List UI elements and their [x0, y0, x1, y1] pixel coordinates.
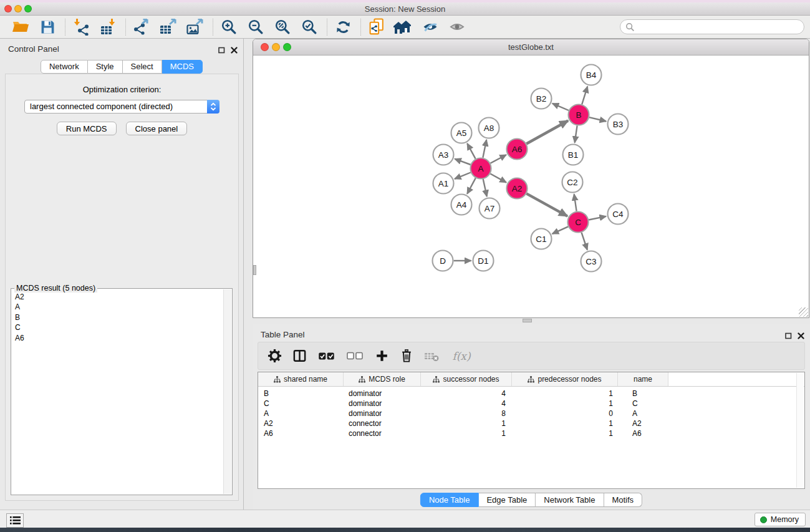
splitter-handle-left[interactable]: [253, 265, 256, 275]
mcds-result-list[interactable]: A2ABCA6: [12, 290, 222, 493]
result-item[interactable]: C: [15, 322, 222, 332]
function-builder-button[interactable]: f(x): [449, 348, 474, 364]
cell-successor-nodes[interactable]: 4: [421, 389, 512, 399]
node-C3[interactable]: C3: [581, 251, 602, 272]
edge-A-A1[interactable]: [455, 173, 471, 179]
export-table-button[interactable]: [158, 17, 179, 37]
node-C[interactable]: C: [568, 212, 589, 233]
column-header-MCDS-role[interactable]: MCDS role: [344, 372, 421, 386]
node-A5[interactable]: A5: [451, 123, 472, 143]
cell-MCDS-role[interactable]: connector: [344, 428, 421, 438]
dropdown-stepper-icon[interactable]: [207, 100, 219, 114]
node-C4[interactable]: C4: [608, 204, 629, 225]
edge-C-C3[interactable]: [582, 233, 587, 250]
tab-motifs[interactable]: Motifs: [604, 493, 642, 507]
cell-successor-nodes[interactable]: 1: [421, 418, 512, 428]
zoom-out-button[interactable]: [245, 17, 266, 37]
tab-style[interactable]: Style: [88, 60, 123, 74]
show-columns-button[interactable]: [292, 348, 307, 364]
table-row[interactable]: A6connector11A6: [258, 428, 804, 438]
import-table-button[interactable]: [97, 17, 118, 37]
panel-menu-button[interactable]: [6, 513, 24, 528]
close-table-panel-icon[interactable]: [798, 331, 804, 342]
tab-node-table[interactable]: Node Table: [420, 493, 479, 507]
cell-name[interactable]: B: [618, 389, 668, 399]
clear-table-button[interactable]: [424, 348, 439, 364]
cell-predecessor-nodes[interactable]: 1: [512, 399, 618, 409]
table-row[interactable]: Cdominator41C: [258, 399, 804, 409]
float-panel-icon[interactable]: [218, 45, 225, 56]
tab-select[interactable]: Select: [123, 60, 162, 74]
edge-C-C4[interactable]: [589, 216, 606, 220]
edge-B-B1[interactable]: [575, 125, 577, 142]
cell-name[interactable]: A2: [618, 418, 668, 428]
edge-C-C1[interactable]: [552, 226, 568, 234]
window-resize-grip[interactable]: [799, 307, 808, 317]
node-A2[interactable]: A2: [507, 178, 528, 199]
node-B[interactable]: B: [569, 105, 589, 125]
edge-B-B2[interactable]: [552, 104, 569, 110]
edge-A-A5[interactable]: [467, 143, 475, 159]
result-item[interactable]: A6: [15, 333, 222, 343]
deselect-all-columns-button[interactable]: [345, 348, 364, 364]
search-box[interactable]: [620, 19, 804, 34]
edge-C-C2[interactable]: [574, 194, 577, 211]
edge-A2-C[interactable]: [526, 193, 567, 216]
node-A3[interactable]: A3: [433, 145, 454, 165]
node-A6[interactable]: A6: [507, 139, 528, 160]
node-A1[interactable]: A1: [433, 173, 454, 194]
edge-B-B4[interactable]: [582, 87, 587, 105]
table-scrollbar[interactable]: [796, 373, 804, 488]
run-mcds-button[interactable]: Run MCDS: [57, 122, 117, 135]
cell-MCDS-role[interactable]: dominator: [344, 399, 421, 409]
tab-mcds[interactable]: MCDS: [162, 60, 203, 74]
cell-shared-name[interactable]: A6: [258, 428, 344, 438]
result-item[interactable]: A2: [15, 292, 222, 302]
edge-A-A6[interactable]: [490, 155, 506, 163]
tab-network-table[interactable]: Network Table: [536, 493, 604, 507]
search-input[interactable]: [637, 21, 804, 32]
delete-columns-button[interactable]: [399, 348, 414, 364]
export-network-button[interactable]: [131, 17, 152, 37]
result-scrollbar[interactable]: [223, 289, 231, 494]
cell-shared-name[interactable]: C: [258, 399, 344, 409]
cell-name[interactable]: A: [618, 409, 668, 418]
cell-name[interactable]: C: [618, 399, 668, 409]
cell-MCDS-role[interactable]: dominator: [344, 389, 421, 399]
select-all-columns-button[interactable]: [317, 348, 335, 364]
hide-graphics-details-button[interactable]: [420, 17, 441, 37]
node-A8[interactable]: A8: [479, 118, 499, 138]
cell-predecessor-nodes[interactable]: 1: [512, 389, 618, 399]
import-network-button[interactable]: [70, 17, 92, 37]
node-D[interactable]: D: [433, 251, 453, 271]
edge-A-A4[interactable]: [467, 178, 476, 193]
edge-A-A7[interactable]: [483, 179, 487, 196]
cell-successor-nodes[interactable]: 4: [421, 399, 512, 409]
edge-A6-B[interactable]: [526, 121, 568, 144]
column-header-name[interactable]: name: [618, 372, 668, 386]
cell-predecessor-nodes[interactable]: 0: [512, 409, 618, 418]
node-A[interactable]: A: [471, 158, 491, 179]
criterion-dropdown[interactable]: largest connected component (directed): [24, 100, 219, 114]
zoom-in-button[interactable]: [218, 17, 239, 37]
cell-shared-name[interactable]: B: [258, 389, 344, 399]
table-settings-button[interactable]: [267, 348, 282, 364]
float-table-panel-icon[interactable]: [785, 331, 792, 342]
cell-successor-nodes[interactable]: 1: [421, 428, 512, 438]
cell-shared-name[interactable]: A: [258, 409, 344, 418]
cell-MCDS-role[interactable]: dominator: [344, 409, 421, 418]
column-header-successor-nodes[interactable]: successor nodes: [421, 372, 512, 386]
zoom-selected-button[interactable]: [299, 17, 320, 37]
edge-A-A8[interactable]: [483, 140, 486, 158]
column-header-shared-name[interactable]: shared name: [258, 372, 344, 386]
table-row[interactable]: Bdominator41B: [258, 389, 804, 399]
node-A7[interactable]: A7: [480, 198, 500, 219]
node-B3[interactable]: B3: [608, 114, 629, 135]
cell-MCDS-role[interactable]: connector: [344, 418, 421, 428]
create-column-button[interactable]: [374, 348, 389, 364]
node-C1[interactable]: C1: [531, 229, 552, 249]
network-window-titlebar[interactable]: testGlobe.txt: [253, 39, 809, 56]
tab-network[interactable]: Network: [41, 60, 88, 74]
close-panel-icon[interactable]: [231, 45, 238, 56]
network-graph[interactable]: B4B2BB3A8A5A6A3B1AA1C2A2A4A7C4CC1C3DD1: [253, 56, 809, 317]
